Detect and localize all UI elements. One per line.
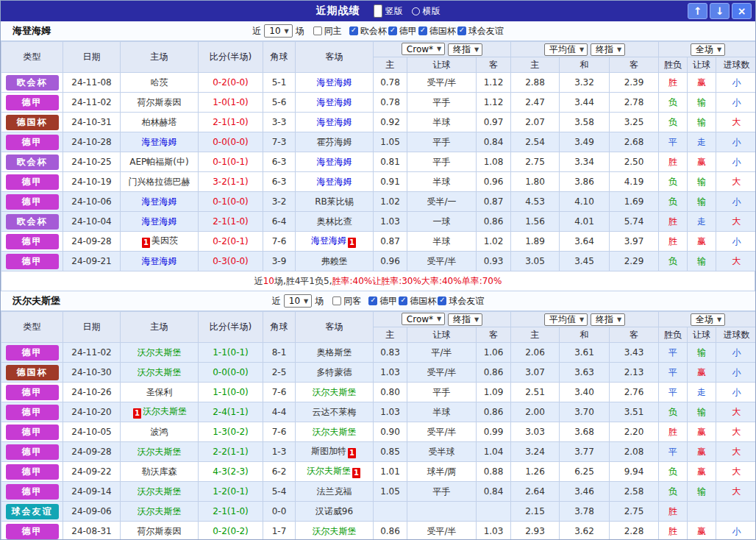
corners-cell: 6-4 [263,212,296,232]
date-cell: 24-11-02 [63,343,121,363]
layout-radio[interactable]: 横版 [412,4,441,18]
home-team-cell: 沃尔夫斯堡 [121,343,199,363]
away-team-cell: 沃尔夫斯堡 [296,422,374,442]
league-filter-checkbox[interactable]: 德甲 [388,25,417,38]
corners-cell: 7-3 [263,132,296,152]
away-team-cell: 沃尔夫斯堡 [296,383,374,402]
asian-odds-cell: 1.09 [477,383,511,402]
venue-filter-checkbox[interactable]: 同客 [332,295,361,308]
avg-odds-cell: 2.15 [511,502,560,522]
move-up-button[interactable]: ↑ [688,3,707,19]
match-row: 欧会杯24-11-08哈茨0-2(0-0)5-1海登海姆0.78受平/半1.12… [1,73,756,93]
match-row: 欧会杯24-10-25AEP帕福斯(中)0-1(0-1)6-3海登海姆0.81平… [1,152,756,172]
away-team-name: 云达不莱梅 [313,407,357,417]
league-badge: 德国杯 [6,365,59,380]
odds-stage-select[interactable]: 终指▼ [591,313,625,326]
asian-odds-cell: 平手 [407,383,477,402]
chevron-down-icon: ▼ [717,46,721,53]
league-badge: 德甲 [6,194,59,210]
home-team-cell: 勒沃库森 [121,462,199,482]
league-badge: 德甲 [6,174,59,190]
home-team-cell: 沃尔夫斯堡 [121,502,199,522]
red-card-badge: 1 [133,408,141,419]
outcome-cell: 平 [659,343,688,363]
scope-select[interactable]: 全场▼ [691,313,725,326]
close-button[interactable]: × [732,3,752,19]
league-badge: 德甲 [6,405,59,420]
avg-odds-cell: 2.28 [610,522,659,540]
date-cell: 24-10-06 [63,192,121,212]
move-down-button[interactable]: ↓ [710,3,730,19]
col-header-away: 客场 [296,42,374,73]
avg-odds-select[interactable]: 平均值▼ [544,43,588,56]
asian-odds-cell: 0.80 [374,383,407,402]
home-team-cell: 海登海姆 [121,192,199,212]
asian-odds-cell: 受平/半 [407,522,477,540]
corners-cell: 6-2 [263,462,296,482]
scope-select[interactable]: 全场▼ [691,43,725,56]
col-header-home: 主场 [121,312,199,343]
date-cell: 24-11-02 [63,93,121,113]
bookmaker-select[interactable]: Crow*▼ [402,43,445,55]
col-header-score: 比分(半场) [199,312,263,343]
home-team-name: 沃尔夫斯堡 [138,486,182,497]
layout-radio-label: 横版 [423,5,441,18]
league-filter-checkbox[interactable]: 欧会杯 [349,25,387,38]
asian-odds-cell: 0.93 [477,252,511,271]
recent-count-select[interactable]: 10 ▼ [264,24,292,38]
asian-odds-cell: 0.87 [374,232,407,252]
asian-odds-cell: 0.81 [374,152,407,172]
avg-odds-cell: 1.89 [511,232,560,252]
outcome-cell: 小 [716,73,756,93]
league-badge: 德甲 [6,464,59,480]
checkbox-icon [349,26,358,35]
recent-count-select[interactable]: 10 ▼ [284,294,312,308]
league-filter-group: 德甲德国杯球会友谊 [368,295,484,308]
odds-stage-select[interactable]: 终指▼ [448,313,482,326]
summary-segment: 场,胜4平1负5, [274,275,332,288]
asian-odds-cell: 1.01 [374,462,407,482]
outcome-cell: 负 [659,402,688,422]
league-filter-checkbox[interactable]: 球会友谊 [457,25,504,38]
filter-bar: 近 10 ▼ 场 同主 欧会杯德甲德国杯球会友谊 [252,24,503,38]
outcome-cell: 小 [716,522,756,540]
home-team-name: 沃尔夫斯堡 [138,506,182,516]
league-filter-checkbox[interactable]: 德国杯 [399,295,436,308]
venue-filter-checkbox[interactable]: 同主 [313,25,342,38]
bookmaker-select[interactable]: Crow*▼ [402,313,445,325]
corners-cell: 6-3 [263,172,296,192]
match-row: 德甲24-10-28海登海姆0-0(0-0)7-3霍芬海姆1.05平手0.842… [1,132,756,152]
odds-stage-select[interactable]: 终指▼ [591,43,625,56]
away-team-name: 汉诺威96 [315,506,353,516]
odds-stage-select[interactable]: 终指▼ [448,43,482,56]
checkbox-icon [438,296,446,305]
league-badge: 德甲 [6,484,59,500]
score-cell: 1-0(1-0) [199,93,263,113]
away-team-cell: 法兰克福 [296,482,374,502]
outcome-cell: 胜 [659,422,688,442]
league-badge: 德甲 [6,444,59,460]
outcome-cell: 负 [659,93,688,113]
league-badge: 德甲 [6,524,59,539]
outcome-cell: 负 [659,113,688,132]
league-filter-checkbox[interactable]: 德国杯 [418,25,456,38]
score-cell: 1-2(0-1) [199,482,263,502]
layout-radio[interactable]: 竖版 [374,4,403,18]
recent-results-table: 类型 日期 主场 比分(半场) 角球 客场 Crow*▼ 终指▼ 平均值▼ 终指… [1,41,756,271]
outcome-cell: 走 [688,132,716,152]
away-team-name: 海登海姆 [311,235,346,246]
match-row: 德甲24-10-06海登海姆0-1(0-0)3-2RB莱比锡1.02受半/一0.… [1,192,756,212]
home-team-name: 海登海姆 [142,216,177,227]
avg-odds-cell: 2.51 [511,383,560,402]
outcome-cell: 赢 [688,422,716,442]
league-badge: 德甲 [6,95,59,110]
league-filter-checkbox[interactable]: 球会友谊 [438,295,484,308]
avg-odds-select[interactable]: 平均值▼ [544,313,588,326]
date-cell: 24-11-08 [63,73,121,93]
league-filter-checkbox[interactable]: 德甲 [368,295,397,308]
home-team-cell: 沃尔夫斯堡 [121,482,199,502]
red-card-badge: 1 [348,238,356,248]
avg-odds-cell: 2.13 [610,363,659,383]
recent-count-value: 10 [269,26,280,36]
league-badge: 球会友谊 [6,504,59,519]
